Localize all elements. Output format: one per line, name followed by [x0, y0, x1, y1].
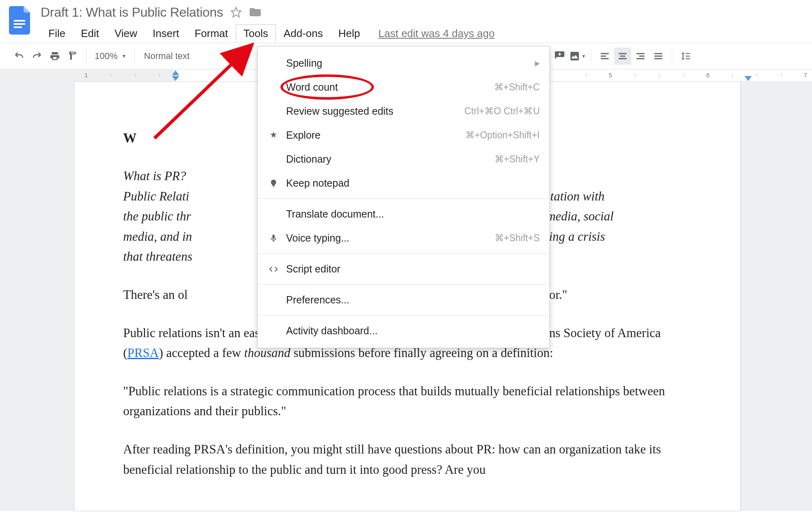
- document-paragraph: "Public relations is a strategic communi…: [123, 381, 691, 421]
- shortcut-label: Ctrl+⌘O Ctrl+⌘U: [465, 106, 540, 117]
- paint-format-button[interactable]: [64, 48, 81, 65]
- menu-help[interactable]: Help: [331, 24, 368, 43]
- svg-rect-11: [639, 56, 644, 57]
- zoom-select[interactable]: 100%▼: [91, 51, 130, 61]
- svg-rect-0: [14, 20, 25, 22]
- menu-item-dictionary[interactable]: Dictionary⌘+Shift+Y: [258, 147, 549, 171]
- prsa-link[interactable]: PRSA: [127, 346, 159, 360]
- svg-marker-3: [231, 7, 241, 17]
- star-icon[interactable]: [230, 7, 242, 18]
- paragraph-style-select[interactable]: Normal text: [140, 51, 193, 61]
- align-justify-button[interactable]: [650, 48, 667, 65]
- redo-button[interactable]: [28, 48, 46, 65]
- menu-tools[interactable]: Tools: [236, 24, 276, 43]
- docs-logo-icon[interactable]: [7, 4, 32, 37]
- menu-edit[interactable]: Edit: [73, 24, 107, 43]
- menubar: File Edit View Insert Format Tools Add-o…: [41, 24, 812, 43]
- svg-rect-5: [601, 56, 606, 57]
- explore-icon: [266, 131, 281, 140]
- undo-button[interactable]: [11, 48, 28, 65]
- folder-icon[interactable]: [249, 7, 261, 17]
- menu-item-translate[interactable]: Translate document...: [258, 202, 549, 226]
- menu-item-spelling[interactable]: Spelling▶: [258, 51, 549, 75]
- svg-rect-7: [619, 53, 627, 54]
- svg-rect-9: [619, 58, 627, 59]
- line-spacing-button[interactable]: [677, 48, 694, 65]
- last-edit-link[interactable]: Last edit was 4 days ago: [378, 27, 495, 40]
- add-comment-button[interactable]: [551, 48, 568, 65]
- shortcut-label: ⌘+Option+Shift+I: [465, 130, 540, 141]
- svg-rect-13: [654, 53, 662, 54]
- keep-icon: [266, 179, 281, 188]
- svg-rect-8: [620, 56, 625, 57]
- script-icon: [266, 265, 281, 274]
- svg-rect-6: [601, 58, 609, 59]
- print-button[interactable]: [46, 48, 63, 65]
- shortcut-label: ⌘+Shift+S: [495, 233, 540, 244]
- document-paragraph: After reading PRSA's definition, you mig…: [123, 439, 691, 479]
- svg-rect-1: [14, 23, 25, 25]
- menu-item-word-count[interactable]: Word count⌘+Shift+C: [258, 75, 549, 99]
- shortcut-label: ⌘+Shift+C: [494, 82, 540, 93]
- menu-item-keep-notepad[interactable]: Keep notepad: [258, 171, 549, 195]
- tools-dropdown: Spelling▶ Word count⌘+Shift+C Review sug…: [257, 46, 550, 348]
- svg-rect-10: [636, 53, 645, 54]
- svg-rect-12: [636, 58, 645, 59]
- submenu-arrow-icon: ▶: [535, 59, 540, 67]
- svg-rect-15: [654, 58, 662, 59]
- microphone-icon: [266, 234, 281, 243]
- menu-view[interactable]: View: [107, 24, 145, 43]
- svg-rect-2: [14, 26, 22, 28]
- menu-item-script-editor[interactable]: Script editor: [258, 257, 549, 281]
- menu-insert[interactable]: Insert: [145, 24, 187, 43]
- menu-format[interactable]: Format: [187, 24, 236, 43]
- align-center-button[interactable]: [614, 48, 631, 65]
- menu-item-explore[interactable]: Explore⌘+Option+Shift+I: [258, 123, 549, 147]
- menu-item-activity-dashboard[interactable]: Activity dashboard...: [258, 319, 549, 343]
- insert-image-button[interactable]: ▼: [569, 48, 586, 65]
- svg-rect-4: [601, 53, 609, 54]
- align-left-button[interactable]: [596, 48, 613, 65]
- align-right-button[interactable]: [632, 48, 649, 65]
- menu-addons[interactable]: Add-ons: [276, 24, 331, 43]
- menu-file[interactable]: File: [41, 24, 73, 43]
- document-title[interactable]: Draft 1: What is Public Relations: [41, 5, 223, 20]
- svg-rect-14: [654, 56, 662, 57]
- shortcut-label: ⌘+Shift+Y: [495, 154, 540, 165]
- menu-item-preferences[interactable]: Preferences...: [258, 288, 549, 312]
- menu-item-voice-typing[interactable]: Voice typing...⌘+Shift+S: [258, 226, 549, 250]
- menu-item-review-edits[interactable]: Review suggested editsCtrl+⌘O Ctrl+⌘U: [258, 99, 549, 123]
